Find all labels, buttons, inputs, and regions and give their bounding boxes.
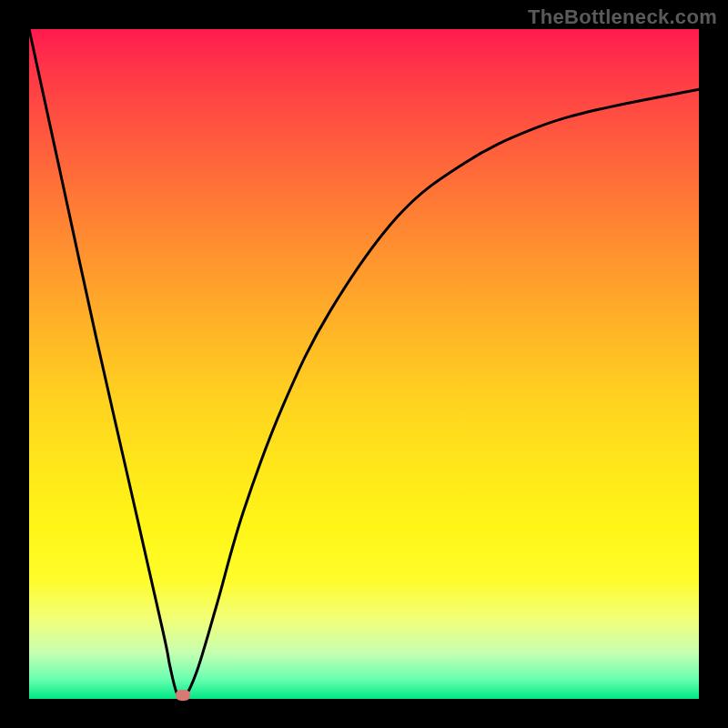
chart-frame: TheBottleneck.com [0,0,728,728]
minimum-marker-icon [176,690,190,701]
bottleneck-curve-path [29,29,699,699]
bottleneck-curve-svg [29,29,699,699]
watermark-text: TheBottleneck.com [528,5,717,29]
